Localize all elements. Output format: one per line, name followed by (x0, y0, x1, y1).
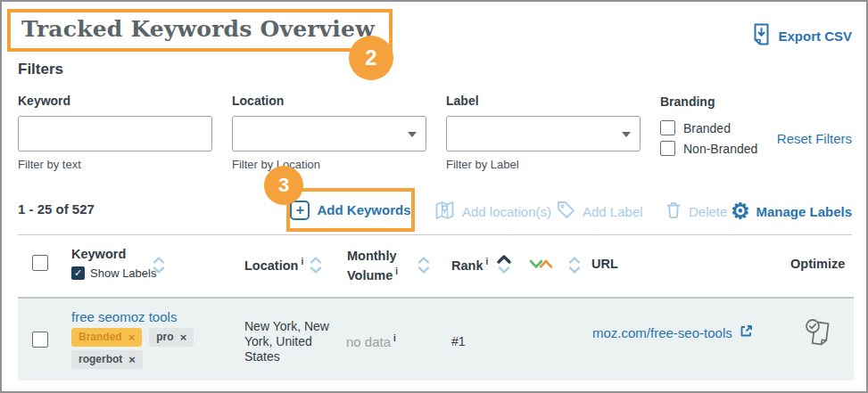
rank-info-icon[interactable]: i (485, 257, 488, 266)
monthly-volume-cell: no data (346, 334, 391, 349)
label-tag: Branded × (71, 328, 142, 347)
chevron-down-icon (408, 132, 417, 137)
export-csv-icon (752, 22, 771, 49)
manage-labels-button[interactable]: ⚙ Manage Labels (731, 198, 852, 225)
label-tag: rogerbot × (71, 350, 143, 369)
step-3-highlight-box: + Add Keywords (286, 188, 415, 232)
branding-filter-label: Branding (660, 94, 715, 109)
location-filter-select[interactable] (232, 116, 426, 151)
step-2-badge: 2 (349, 36, 393, 80)
no-data-info-icon[interactable]: i (393, 333, 396, 343)
tag-icon (556, 200, 576, 223)
keyword-filter-helper: Filter by text (18, 158, 212, 171)
delete-label: Delete (689, 204, 727, 219)
keyword-filter-group: Keyword Filter by text (18, 94, 212, 171)
add-keywords-label: Add Keywords (317, 202, 410, 217)
label-tag: pro × (149, 328, 194, 347)
chevron-down-icon (622, 132, 631, 137)
keyword-link[interactable]: free seomoz tools (71, 309, 177, 324)
url-link[interactable]: moz.com/free-seo-tools (592, 324, 753, 340)
keyword-filter-input[interactable] (18, 116, 212, 151)
remove-label-icon[interactable]: × (180, 332, 187, 343)
location-cell: New York, New York, United States (244, 319, 344, 364)
label-filter-select[interactable] (446, 116, 641, 151)
export-csv-label: Export CSV (778, 29, 852, 44)
non-branded-checkbox-label: Non-Branded (683, 142, 757, 156)
filters-heading: Filters (18, 61, 63, 78)
show-labels-control: ✓ Show Labels (71, 266, 156, 280)
toolbar-divider (18, 234, 852, 235)
export-csv-button[interactable]: Export CSV (752, 22, 852, 49)
location-info-icon[interactable]: i (301, 257, 303, 266)
page-title: Tracked Keywords Overview (21, 14, 375, 45)
column-header-optimize: Optimize (790, 257, 845, 271)
monthly-volume-info-icon[interactable]: i (395, 266, 398, 276)
sort-keyword-button[interactable] (152, 254, 166, 279)
plus-icon: + (290, 201, 310, 220)
add-locations-label: Add location(s) (462, 204, 551, 219)
optimize-page-icon[interactable] (802, 316, 834, 355)
select-all-checkbox[interactable] (32, 255, 48, 271)
branded-checkbox[interactable] (660, 120, 675, 135)
branding-filter-group: Branding Branded Non-Branded (660, 94, 757, 156)
column-header-keyword: Keyword (71, 247, 126, 261)
location-filter-group: Location Filter by Location (232, 94, 426, 171)
remove-label-icon[interactable]: × (128, 354, 136, 365)
show-labels-checkbox[interactable]: ✓ (71, 266, 85, 280)
branded-checkbox-label: Branded (683, 121, 731, 135)
remove-label-icon[interactable]: × (128, 332, 136, 343)
add-label-button[interactable]: Add Label (556, 198, 643, 225)
sort-rank-button-active[interactable] (496, 253, 512, 279)
rank-trend-icon (529, 258, 554, 274)
label-filter-label: Label (446, 94, 641, 108)
tracked-keywords-page: Tracked Keywords Overview 2 Export CSV F… (0, 0, 868, 393)
sort-location-button[interactable] (309, 254, 323, 279)
column-header-url: URL (591, 257, 618, 271)
label-filter-group: Label Filter by Label (446, 94, 641, 171)
add-label-label: Add Label (583, 204, 643, 219)
map-pin-icon (434, 199, 456, 225)
table-row: free seomoz tools Branded × pro × rogerb… (18, 297, 854, 381)
sort-monthly-volume-button[interactable] (417, 254, 431, 279)
location-filter-helper: Filter by Location (232, 158, 426, 171)
step-2-highlight-box: Tracked Keywords Overview (7, 9, 393, 52)
sort-rank-trend-button[interactable] (567, 254, 582, 279)
column-header-rank: Rank (451, 258, 483, 273)
trash-icon (665, 200, 682, 224)
location-filter-label: Location (232, 94, 426, 108)
keyword-filter-label: Keyword (18, 94, 212, 108)
label-filter-helper: Filter by Label (446, 158, 641, 171)
gear-icon: ⚙ (731, 201, 750, 222)
add-locations-button[interactable]: Add location(s) (434, 198, 551, 225)
external-link-icon (740, 324, 753, 340)
reset-filters-link[interactable]: Reset Filters (777, 131, 852, 146)
add-keywords-button[interactable]: + Add Keywords (290, 201, 410, 220)
column-header-monthly-volume: Monthly Volumei (347, 249, 398, 283)
row-checkbox[interactable] (32, 332, 48, 348)
column-header-location: Location (244, 258, 298, 273)
delete-button[interactable]: Delete (665, 198, 727, 225)
show-labels-label: Show Labels (90, 266, 156, 280)
manage-labels-label: Manage Labels (756, 204, 852, 219)
non-branded-checkbox[interactable] (660, 141, 675, 156)
result-count: 1 - 25 of 527 (18, 201, 95, 217)
step-3-badge: 3 (264, 166, 303, 205)
rank-cell: #1 (451, 334, 466, 348)
